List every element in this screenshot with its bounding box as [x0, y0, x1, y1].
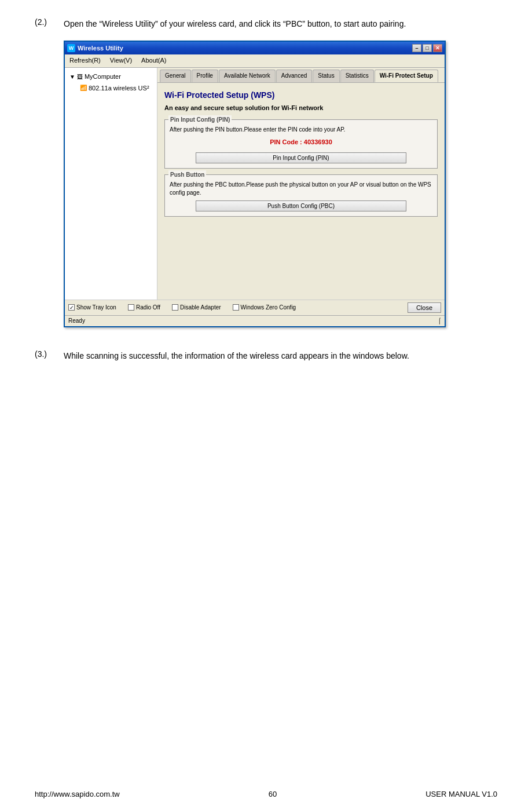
tree-child-item[interactable]: 📶 802.11a wireless US²	[68, 83, 153, 94]
titlebar: W Wireless Utility – □ ✕	[65, 42, 445, 54]
menu-view[interactable]: View(V)	[108, 55, 134, 67]
expand-icon: ▼	[69, 72, 75, 82]
radio-off-label: Radio Off	[136, 303, 160, 312]
statusbar-resize-icon: ⌠	[438, 316, 441, 326]
disable-adapter-checkbox[interactable]	[172, 304, 178, 311]
status-text: Ready	[68, 316, 85, 326]
disable-adapter-label: Disable Adapter	[180, 303, 221, 312]
pin-config-button[interactable]: Pin Input Config (PIN)	[196, 152, 406, 163]
push-button-section: Push Button After pushing the PBC button…	[164, 174, 438, 217]
tree-root-label: MyComputer	[85, 72, 121, 82]
windows-zero-config-label: Windows Zero Config	[241, 303, 296, 312]
windows-zero-config-checkbox[interactable]	[233, 304, 239, 311]
menu-refresh[interactable]: Refresh(R)	[67, 55, 103, 67]
disable-adapter-item: Disable Adapter	[172, 303, 221, 312]
dialog-footer: ✓ Show Tray Icon Radio Off Disable Adapt…	[65, 300, 445, 315]
pin-section-text: After pushing the PIN button.Please ente…	[170, 123, 432, 134]
push-section-title: Push Button	[168, 170, 206, 180]
app-icon: W	[67, 44, 75, 52]
step2-number: (2.)	[35, 17, 64, 338]
step3-block: (3.) While scanning is successful, the i…	[35, 349, 497, 362]
pin-code-display: PIN Code : 40336930	[170, 137, 432, 148]
content-area: General Profile Available Network Advanc…	[157, 68, 445, 300]
minimize-button[interactable]: –	[412, 44, 421, 52]
tab-general[interactable]: General	[160, 70, 191, 82]
pin-section: Pin Input Config (PIN) After pushing the…	[164, 119, 438, 169]
step2-sentence: Open the “Wireless Utility” of your wire…	[64, 19, 406, 28]
pin-section-title: Pin Input Config (PIN)	[168, 115, 232, 125]
radio-off-item: Radio Off	[128, 303, 160, 312]
page-content: (2.) Open the “Wireless Utility” of your…	[0, 0, 532, 397]
sidebar-tree: ▼ 🖼 MyComputer 📶 802.11a wireless US²	[67, 70, 155, 95]
close-button[interactable]: Close	[408, 302, 441, 313]
wireless-utility-dialog[interactable]: W Wireless Utility – □ ✕ Refresh(R) View…	[64, 41, 446, 327]
windows-zero-config-item: Windows Zero Config	[233, 303, 296, 312]
wireless-icon: 📶	[80, 83, 87, 93]
screenshot-container: W Wireless Utility – □ ✕ Refresh(R) View…	[64, 41, 497, 327]
page-footer: http://www.sapido.com.tw 60 USER MANUAL …	[0, 790, 532, 798]
tab-wifi-protect-setup[interactable]: Wi-Fi Protect Setup	[375, 70, 438, 82]
menu-about[interactable]: About(A)	[139, 55, 168, 67]
pin-code-label: PIN Code :	[270, 138, 302, 145]
tab-profile[interactable]: Profile	[192, 70, 218, 82]
tabs-bar: General Profile Available Network Advanc…	[157, 68, 445, 83]
titlebar-left: W Wireless Utility	[67, 43, 123, 54]
show-tray-icon-checkbox[interactable]: ✓	[68, 304, 75, 311]
sidebar: ▼ 🖼 MyComputer 📶 802.11a wireless US²	[65, 68, 157, 300]
wps-subtitle: An easy and secure setup solution for Wi…	[164, 103, 438, 114]
tab-statistics[interactable]: Statistics	[340, 70, 374, 82]
statusbar: Ready ⌠	[65, 315, 445, 326]
titlebar-buttons[interactable]: – □ ✕	[412, 44, 442, 52]
maximize-button[interactable]: □	[423, 44, 432, 52]
radio-off-checkbox[interactable]	[128, 304, 134, 311]
show-tray-icon-item: ✓ Show Tray Icon	[68, 303, 116, 312]
footer-page-number: 60	[269, 790, 277, 798]
show-tray-icon-label: Show Tray Icon	[76, 303, 116, 312]
push-section-text: After pushing the PBC button.Please push…	[170, 178, 432, 197]
close-title-button[interactable]: ✕	[433, 44, 442, 52]
footer-manual-label: USER MANUAL V1.0	[425, 790, 497, 798]
tree-root-item[interactable]: ▼ 🖼 MyComputer	[68, 71, 153, 83]
wps-content: Wi-Fi Protected Setup (WPS) An easy and …	[157, 83, 445, 228]
tab-status[interactable]: Status	[313, 70, 339, 82]
step3-text: While scanning is successful, the inform…	[64, 349, 497, 362]
dialog-title: Wireless Utility	[78, 43, 123, 54]
wps-title: Wi-Fi Protected Setup (WPS)	[164, 89, 438, 101]
step3-number: (3.)	[35, 349, 64, 362]
tab-advanced[interactable]: Advanced	[276, 70, 312, 82]
computer-icon: 🖼	[77, 72, 83, 82]
footer-url: http://www.sapido.com.tw	[35, 790, 120, 798]
pin-code-value: 40336930	[304, 138, 332, 145]
step2-block: (2.) Open the “Wireless Utility” of your…	[35, 17, 497, 338]
menubar: Refresh(R) View(V) About(A)	[65, 54, 445, 68]
tab-available-network[interactable]: Available Network	[219, 70, 276, 82]
main-area: ▼ 🖼 MyComputer 📶 802.11a wireless US²	[65, 68, 445, 300]
step3-sentence: While scanning is successful, the inform…	[64, 351, 409, 360]
push-button-config-button[interactable]: Push Button Config (PBC)	[196, 200, 406, 211]
tree-child-label: 802.11a wireless US²	[89, 83, 149, 94]
step2-text: Open the “Wireless Utility” of your wire…	[64, 17, 497, 338]
